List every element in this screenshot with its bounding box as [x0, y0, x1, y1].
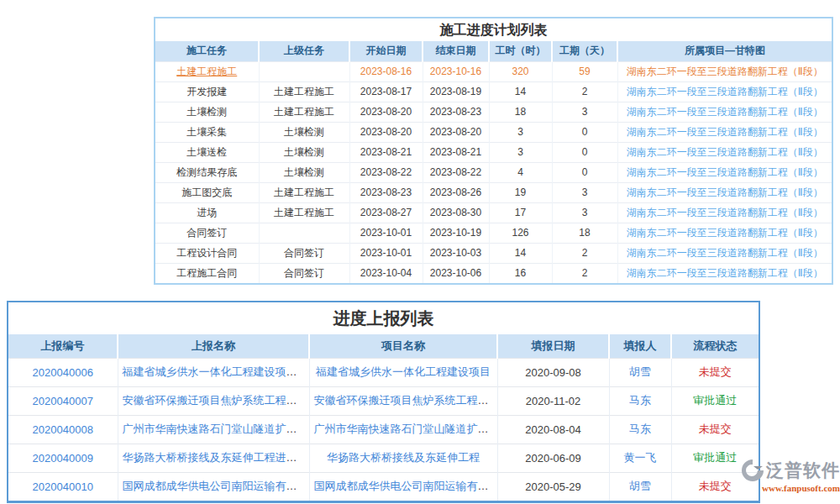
report-status-text: 审批通过: [693, 451, 737, 464]
plan-duration-days-text: 3: [582, 106, 588, 118]
report-id-link[interactable]: 2020040010: [33, 480, 93, 493]
plan-parent-task-text: 土壤检测: [284, 126, 324, 138]
plan-work-hours-cell: 19: [489, 182, 552, 202]
plan-end-date-text: 2023-10-16: [430, 66, 481, 77]
report-project-link[interactable]: 国网成都成华供电公司南阳运输有限公...: [314, 480, 498, 492]
plan-work-hours-cell: 17: [489, 202, 552, 223]
fanpu-swoosh-logo-icon: [741, 459, 764, 482]
plan-start-date-text: 2023-10-01: [360, 247, 412, 259]
report-fill-date-text: 2020-06-09: [525, 452, 581, 465]
plan-project-gantt-cell: 湖南东二环一段至三段道路翻新工程（Ⅱ段）: [617, 142, 832, 162]
report-project-link[interactable]: 安徽省环保搬迁项目焦炉系统工程及公...: [314, 394, 498, 407]
plan-project-gantt-cell: 湖南东二环一段至三段道路翻新工程（Ⅱ段）: [617, 81, 832, 102]
plan-end-date-text: 2023-08-20: [430, 126, 481, 138]
plan-project-gantt-link[interactable]: 湖南东二环一段至三段道路翻新工程（Ⅱ段）: [627, 146, 823, 158]
report-name-cell: 广州市华南快速路石门堂山隧道扩建工...: [118, 415, 309, 444]
plan-parent-task-cell: 合同签订: [259, 263, 349, 283]
plan-project-gantt-link[interactable]: 湖南东二环一段至三段道路翻新工程（Ⅱ段）: [627, 186, 823, 198]
plan-project-gantt-link[interactable]: 湖南东二环一段至三段道路翻新工程（Ⅱ段）: [627, 267, 823, 279]
plan-start-date-cell: 2023-08-20: [349, 122, 423, 142]
plan-work-hours-cell: 14: [489, 243, 552, 263]
plan-row: 工程设计合同合同签订2023-10-012023-10-03142湖南东二环一段…: [155, 243, 832, 263]
plan-task-cell: 土壤采集: [155, 122, 259, 142]
report-fill-date-text: 2020-05-29: [525, 480, 581, 493]
plan-work-hours-cell: 18: [489, 102, 552, 122]
report-project-link[interactable]: 福建省城乡供水一体化工程建设项目: [316, 365, 491, 378]
report-name-link[interactable]: 国网成都成华供电公司南阳运输有限公...: [123, 480, 310, 492]
plan-row: 开发报建土建工程施工2023-08-172023-08-19142湖南东二环一段…: [155, 81, 832, 102]
plan-work-hours-cell: 3: [489, 142, 552, 162]
plan-project-gantt-link[interactable]: 湖南东二环一段至三段道路翻新工程（Ⅱ段）: [627, 166, 823, 178]
plan-task-link[interactable]: 土建工程施工: [176, 66, 237, 77]
report-project-link[interactable]: 华扬路大桥桥接线及东延伸工程: [327, 451, 480, 464]
plan-parent-task-text: 合同签订: [284, 247, 324, 259]
plan-duration-days-cell: 2: [552, 243, 617, 263]
plan-parent-task-cell: [259, 223, 349, 243]
plan-task-text: 土壤检测: [186, 106, 227, 118]
plan-row: 土壤采集土壤检测2023-08-202023-08-2030湖南东二环一段至三段…: [155, 122, 832, 142]
plan-work-hours-text: 16: [515, 267, 526, 279]
report-id-link[interactable]: 2020040006: [33, 366, 93, 379]
plan-row: 土壤送检土壤检测2023-08-212023-08-2130湖南东二环一段至三段…: [155, 142, 832, 162]
plan-duration-days-text: 18: [579, 227, 590, 239]
plan-work-hours-text: 4: [517, 166, 523, 178]
plan-task-cell: 进场: [155, 202, 259, 223]
report-status-cell: 未提交: [671, 415, 759, 444]
report-name-link[interactable]: 安徽省环保搬迁项目焦炉系统工程及公...: [123, 394, 310, 407]
plan-task-text: 土壤送检: [186, 146, 227, 158]
plan-project-gantt-link[interactable]: 湖南东二环一段至三段道路翻新工程（Ⅱ段）: [627, 126, 823, 138]
report-project-link[interactable]: 广州市华南快速路石门堂山隧道扩建工...: [314, 423, 498, 435]
plan-end-date-text: 2023-08-19: [430, 86, 481, 97]
plan-duration-days-text: 3: [582, 207, 588, 218]
plan-project-gantt-link[interactable]: 湖南东二环一段至三段道路翻新工程（Ⅱ段）: [627, 247, 823, 259]
plan-project-gantt-link[interactable]: 湖南东二环一段至三段道路翻新工程（Ⅱ段）: [627, 86, 823, 97]
plan-column-header: 上级任务: [259, 41, 349, 61]
report-id-link[interactable]: 2020040009: [33, 452, 93, 465]
report-name-link[interactable]: 福建省城乡供水一体化工程建设项目进...: [123, 365, 310, 378]
report-name-link[interactable]: 广州市华南快速路石门堂山隧道扩建工...: [123, 423, 310, 435]
plan-project-gantt-link[interactable]: 湖南东二环一段至三段道路翻新工程（Ⅱ段）: [627, 66, 823, 77]
report-name-cell: 安徽省环保搬迁项目焦炉系统工程及公...: [118, 386, 309, 415]
report-project-cell: 广州市华南快速路石门堂山隧道扩建工...: [309, 415, 497, 444]
report-project-cell: 安徽省环保搬迁项目焦炉系统工程及公...: [309, 386, 497, 415]
plan-project-gantt-link[interactable]: 湖南东二环一段至三段道路翻新工程（Ⅱ段）: [627, 207, 823, 218]
report-name-link[interactable]: 华扬路大桥桥接线及东延伸工程进度上报: [123, 451, 310, 464]
report-fill-date-cell: 2020-06-09: [497, 444, 609, 472]
plan-start-date-cell: 2023-08-17: [349, 81, 423, 102]
plan-start-date-text: 2023-08-17: [360, 86, 412, 97]
report-reporter-cell: 胡雪: [609, 472, 671, 501]
plan-task-text: 施工图交底: [181, 186, 232, 198]
plan-project-gantt-link[interactable]: 湖南东二环一段至三段道路翻新工程（Ⅱ段）: [627, 227, 823, 239]
plan-end-date-cell: 2023-10-19: [423, 223, 489, 243]
report-reporter-text: 马东: [629, 423, 651, 435]
plan-work-hours-text: 3: [517, 146, 523, 158]
plan-task-cell: 开发报建: [155, 81, 259, 102]
plan-end-date-cell: 2023-10-16: [423, 61, 489, 81]
plan-task-cell: 检测结果存底: [155, 162, 259, 182]
report-id-link[interactable]: 2020040008: [33, 423, 93, 436]
plan-duration-days-cell: 59: [552, 61, 617, 81]
plan-duration-days-cell: 3: [552, 102, 617, 122]
report-fill-date-cell: 2020-09-08: [497, 358, 609, 386]
plan-end-date-cell: 2023-08-21: [423, 142, 489, 162]
plan-parent-task-text: 土建工程施工: [274, 86, 334, 97]
plan-end-date-cell: 2023-08-23: [423, 102, 489, 122]
report-reporter-cell: 马东: [609, 386, 671, 415]
plan-parent-task-cell: [259, 61, 349, 81]
plan-project-gantt-cell: 湖南东二环一段至三段道路翻新工程（Ⅱ段）: [617, 61, 832, 81]
plan-project-gantt-cell: 湖南东二环一段至三段道路翻新工程（Ⅱ段）: [617, 182, 832, 202]
report-fill-date-cell: 2020-08-04: [497, 415, 609, 444]
plan-project-gantt-link[interactable]: 湖南东二环一段至三段道路翻新工程（Ⅱ段）: [627, 106, 823, 118]
plan-duration-days-cell: 2: [552, 81, 617, 102]
report-id-link[interactable]: 2020040007: [33, 395, 93, 407]
plan-task-cell: 施工图交底: [155, 182, 259, 202]
plan-parent-task-cell: 土壤检测: [259, 142, 349, 162]
plan-end-date-cell: 2023-08-22: [423, 162, 489, 182]
plan-parent-task-text: 土建工程施工: [274, 106, 334, 118]
watermark-url-text: www.fanpusoft.com: [732, 483, 840, 493]
report-header-row: 上报编号上报名称项目名称填报日期填报人流程状态: [8, 334, 759, 358]
plan-task-cell: 合同签订: [155, 223, 259, 243]
plan-project-gantt-cell: 湖南东二环一段至三段道路翻新工程（Ⅱ段）: [617, 122, 832, 142]
report-status-text: 未提交: [699, 365, 732, 378]
plan-parent-task-cell: 土建工程施工: [259, 81, 349, 102]
